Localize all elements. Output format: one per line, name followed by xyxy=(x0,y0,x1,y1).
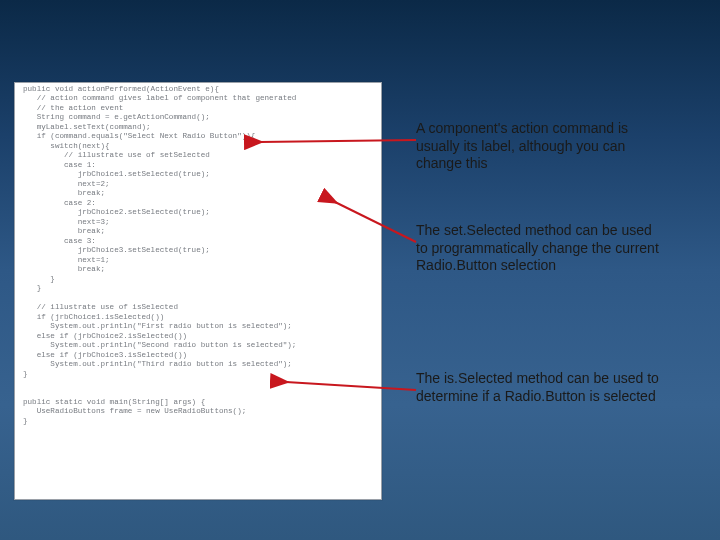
code-panel: public void actionPerformed(ActionEvent … xyxy=(14,82,382,500)
slide-container: public void actionPerformed(ActionEvent … xyxy=(0,0,720,540)
callout-is-selected: The is.Selected method can be used to de… xyxy=(416,370,666,405)
callout-action-command: A component's action command is usually … xyxy=(416,120,666,173)
callout-set-selected: The set.Selected method can be used to p… xyxy=(416,222,666,275)
code-listing: public void actionPerformed(ActionEvent … xyxy=(23,85,379,426)
